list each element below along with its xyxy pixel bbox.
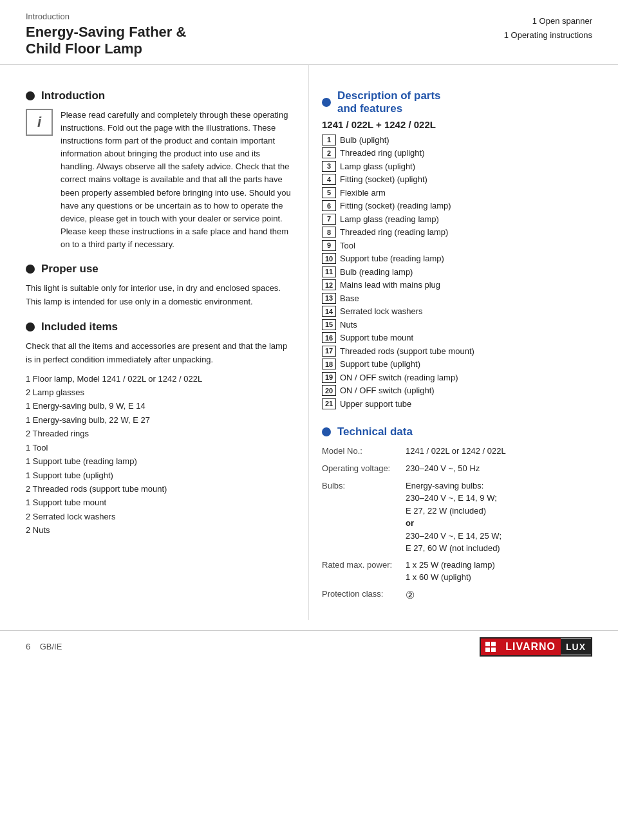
part-label: Support tube (reading lamp) [340, 252, 444, 265]
included-bullet [26, 322, 35, 331]
right-column: Description of parts and features 1241 /… [309, 65, 618, 620]
tech-section-title: Technical data [322, 425, 592, 438]
svg-rect-2 [485, 648, 490, 652]
desc-bullet [322, 98, 331, 107]
part-label: Upper support tube [340, 398, 411, 411]
list-item: 3Lamp glass (uplight) [322, 160, 592, 173]
header-right-line1: 1 Open spanner [504, 14, 592, 28]
part-number: 9 [322, 240, 336, 251]
list-item: 20ON / OFF switch (uplight) [322, 384, 592, 397]
part-label: Lamp glass (reading lamp) [340, 213, 439, 226]
bulbs-line5: E 27, 60 W (not included) [406, 542, 501, 555]
bulbs-line1: Energy-saving bulbs: [406, 480, 501, 492]
list-item: 8Threaded ring (reading lamp) [322, 226, 592, 239]
proper-use-title: Proper use [26, 263, 295, 275]
part-label: Lamp glass (uplight) [340, 160, 415, 173]
footer-page-num: 6 [26, 642, 30, 651]
list-item: 1Bulb (uplight) [322, 134, 592, 147]
included-item: 2 Serrated lock washers [26, 510, 295, 523]
list-item: 9Tool [322, 239, 592, 252]
svg-rect-3 [491, 648, 496, 652]
logo-lux-text: LUX [561, 639, 591, 655]
included-item: 1 Support tube (reading lamp) [26, 454, 295, 468]
info-icon: i [26, 109, 53, 136]
included-item: 1 Support tube (uplight) [26, 469, 295, 482]
part-label: Fitting (socket) (reading lamp) [340, 200, 451, 212]
intro-title-label: Introduction [41, 89, 105, 102]
list-item: 18Support tube (uplight) [322, 358, 592, 371]
part-label: Threaded rods (support tube mount) [340, 345, 474, 358]
tech-bulbs-key: Bulbs: [322, 480, 406, 493]
parts-list: 1Bulb (uplight)2Threaded ring (uplight)3… [322, 134, 592, 411]
part-number: 5 [322, 187, 336, 198]
svg-rect-0 [485, 642, 490, 646]
tech-row-bulbs: Bulbs: Energy-saving bulbs: 230–240 V ~,… [322, 480, 592, 555]
list-item: 17Threaded rods (support tube mount) [322, 345, 592, 358]
footer-region: GB/IE [40, 642, 62, 651]
part-label: Fitting (socket) (uplight) [340, 173, 427, 186]
rated-line2: 1 x 60 W (uplight) [406, 571, 495, 584]
page-header: Introduction Energy-Saving Father & Chil… [0, 0, 618, 65]
tech-voltage-key: Operating voltage: [322, 462, 406, 476]
included-title-label: Included items [41, 321, 118, 333]
bulbs-line2: 230–240 V ~, E 14, 9 W; [406, 492, 501, 505]
svg-rect-1 [491, 642, 496, 646]
list-item: 6Fitting (socket) (reading lamp) [322, 200, 592, 212]
tech-rated-val: 1 x 25 W (reading lamp) 1 x 60 W (upligh… [406, 559, 495, 584]
page-content: Introduction i Please read carefully and… [0, 65, 618, 620]
livarno-logo: LIVARNO LUX [480, 637, 592, 657]
product-title-line2: Child Floor Lamp [26, 41, 142, 57]
included-list: 1 Floor lamp, Model 1241 / 022L or 1242 … [26, 372, 295, 537]
bulbs-line4: 230–240 V ~, E 14, 25 W; [406, 530, 501, 543]
desc-title-text: Description of parts and features [337, 89, 441, 115]
part-label: Mains lead with mains plug [340, 279, 440, 292]
tech-row-voltage: Operating voltage: 230–240 V ~, 50 Hz [322, 462, 592, 476]
included-item: 1 Energy-saving bulb, 9 W, E 14 [26, 399, 295, 413]
included-item: 1 Floor lamp, Model 1241 / 022L or 1242 … [26, 372, 295, 386]
included-item: 2 Lamp glasses [26, 386, 295, 399]
technical-section: Technical data Model No.: 1241 / 022L or… [322, 425, 592, 603]
part-number: 13 [322, 293, 336, 304]
header-left: Introduction Energy-Saving Father & Chil… [26, 12, 186, 58]
proper-use-text: This light is suitable only for interior… [26, 282, 295, 309]
protection-class-symbol: ② [406, 590, 415, 601]
tech-voltage-val: 230–240 V ~, 50 Hz [406, 462, 480, 475]
included-intro-text: Check that all the items and accessories… [26, 340, 295, 367]
part-number: 4 [322, 174, 336, 185]
rated-line1: 1 x 25 W (reading lamp) [406, 559, 495, 572]
list-item: 13Base [322, 292, 592, 305]
bulbs-line3: E 27, 22 W (included) [406, 505, 501, 518]
part-number: 8 [322, 227, 336, 238]
part-label: Bulb (reading lamp) [340, 266, 413, 279]
logo-icon [481, 639, 500, 655]
tech-bulbs-val: Energy-saving bulbs: 230–240 V ~, E 14, … [406, 480, 501, 555]
tech-row-model: Model No.: 1241 / 022L or 1242 / 022L [322, 445, 592, 458]
part-label: Tool [340, 239, 355, 252]
part-number: 12 [322, 279, 336, 290]
included-item: 2 Threaded rings [26, 427, 295, 440]
tech-rated-key: Rated max. power: [322, 559, 406, 572]
part-number: 6 [322, 200, 336, 211]
part-number: 7 [322, 214, 336, 225]
product-title-line1: Energy-Saving Father & [26, 24, 186, 40]
part-label: ON / OFF switch (reading lamp) [340, 371, 458, 384]
header-right: 1 Open spanner 1 Operating instructions [504, 12, 592, 42]
list-item: 10Support tube (reading lamp) [322, 252, 592, 265]
included-item: 1 Energy-saving bulb, 22 W, E 27 [26, 413, 295, 427]
intro-section-title: Introduction [26, 89, 295, 102]
list-item: 19ON / OFF switch (reading lamp) [322, 371, 592, 384]
part-number: 19 [322, 372, 336, 383]
included-item: 1 Support tube mount [26, 496, 295, 509]
included-item: 2 Nuts [26, 523, 295, 537]
proper-use-label: Proper use [41, 263, 98, 275]
model-label: 1241 / 022L + 1242 / 022L [322, 119, 592, 130]
tech-protection-val: ② [406, 588, 415, 603]
part-number: 2 [322, 147, 336, 158]
list-item: 14Serrated lock washers [322, 305, 592, 318]
tech-model-val: 1241 / 022L or 1242 / 022L [406, 445, 506, 458]
part-label: Base [340, 292, 359, 305]
desc-section-title: Description of parts and features [322, 89, 592, 115]
part-label: Threaded ring (uplight) [340, 147, 425, 160]
included-section-title: Included items [26, 321, 295, 333]
part-number: 18 [322, 359, 336, 369]
